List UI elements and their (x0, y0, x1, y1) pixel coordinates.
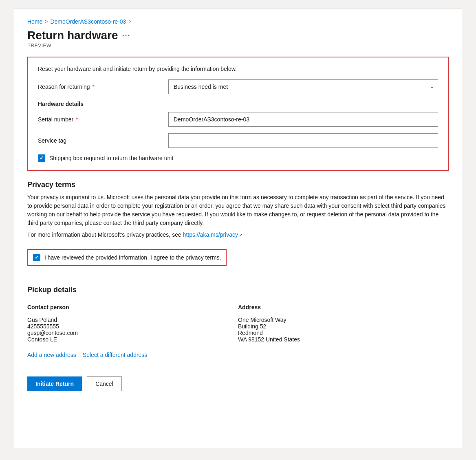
more-options-icon[interactable]: ··· (122, 31, 131, 40)
section-intro: Reset your hardware unit and initiate re… (38, 66, 438, 72)
privacy-more-info: For more information about Microsoft's p… (27, 231, 449, 239)
contact-info: Gus Poland 4255555555 gusp@contoso.com C… (27, 314, 238, 346)
page-subtitle: PREVIEW (27, 43, 449, 48)
pickup-heading: Pickup details (27, 286, 449, 294)
bottom-bar: Initiate Return Cancel (27, 368, 449, 391)
select-different-address-link[interactable]: Select a different address (83, 352, 148, 358)
reason-control-wrap: Business need is met Ordered wrong produ… (168, 79, 438, 94)
contact-company: Contoso LE (27, 336, 231, 343)
reason-label: Reason for returning * (38, 84, 168, 90)
hardware-details-heading: Hardware details (38, 101, 438, 107)
shipping-checkbox[interactable] (38, 154, 45, 162)
service-control-wrap (168, 133, 438, 148)
contact-email: gusp@contoso.com (27, 330, 231, 336)
pickup-table-row: Gus Poland 4255555555 gusp@contoso.com C… (27, 314, 449, 346)
required-star-reason: * (93, 84, 95, 90)
cancel-button[interactable]: Cancel (87, 376, 122, 391)
privacy-section: Privacy terms Your privacy is important … (27, 180, 449, 276)
service-label: Service tag (38, 137, 168, 144)
address-col-header: Address (238, 301, 449, 314)
contact-col-header: Contact person (27, 301, 238, 314)
agree-text: I have reviewed the provided information… (44, 254, 221, 261)
breadcrumb-sep1: > (45, 19, 48, 24)
address-line3: Redmond (238, 330, 442, 336)
serial-control-wrap (168, 112, 438, 127)
shipping-label: Shipping box required to return the hard… (49, 155, 173, 161)
address-info: One Microsoft Way Building 52 Redmond WA… (238, 314, 449, 346)
page-title: Return hardware (27, 29, 118, 42)
breadcrumb-sep2: > (128, 19, 131, 24)
contact-phone: 4255555555 (27, 323, 231, 330)
pickup-table: Contact person Address Gus Poland 425555… (27, 301, 449, 345)
required-star-serial: * (76, 116, 78, 123)
privacy-link[interactable]: https://aka.ms/privacy (183, 231, 238, 238)
pickup-section: Pickup details Contact person Address Gu… (27, 286, 449, 358)
shipping-checkbox-row: Shipping box required to return the hard… (38, 154, 438, 162)
address-line4: WA 98152 United States (238, 336, 442, 343)
reason-dropdown-wrapper: Business need is met Ordered wrong produ… (168, 79, 438, 94)
serial-label: Serial number * (38, 116, 168, 123)
breadcrumb: Home > DemoOrderAS3contoso-re-03 > (27, 18, 449, 25)
external-link-icon: ↗ (239, 233, 242, 238)
service-tag-input[interactable] (168, 133, 438, 148)
service-tag-row: Service tag (38, 133, 438, 148)
breadcrumb-home[interactable]: Home (27, 18, 42, 25)
serial-number-row: Serial number * (38, 112, 438, 127)
address-line2: Building 52 (238, 323, 442, 330)
contact-name: Gus Poland (27, 317, 231, 323)
reason-row: Reason for returning * Business need is … (38, 79, 438, 94)
address-line1: One Microsoft Way (238, 317, 442, 323)
initiate-return-button[interactable]: Initiate Return (27, 376, 82, 391)
serial-number-input[interactable] (168, 112, 438, 127)
agree-checkbox[interactable] (33, 254, 40, 261)
agree-row-wrapper: I have reviewed the provided information… (27, 244, 449, 276)
privacy-body: Your privacy is important to us. Microso… (27, 193, 449, 227)
privacy-more-info-text: For more information about Microsoft's p… (27, 231, 183, 238)
address-links: Add a new address Select a different add… (27, 352, 449, 358)
breadcrumb-order[interactable]: DemoOrderAS3contoso-re-03 (50, 18, 126, 25)
form-section: Reset your hardware unit and initiate re… (27, 57, 449, 171)
privacy-heading: Privacy terms (27, 180, 449, 189)
add-new-address-link[interactable]: Add a new address (27, 352, 76, 358)
page-title-row: Return hardware ··· (27, 29, 449, 42)
agree-checkbox-row: I have reviewed the provided information… (27, 249, 227, 266)
reason-dropdown[interactable]: Business need is met Ordered wrong produ… (168, 79, 438, 94)
